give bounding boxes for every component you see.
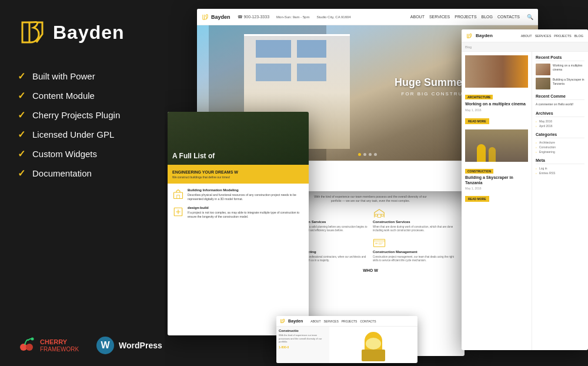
bayden-logo-icon (18, 18, 47, 47)
footer-nav-services[interactable]: SERVICES (324, 320, 339, 323)
wp-icon: W (96, 337, 114, 354)
footer-nav-about[interactable]: ABOUT (310, 320, 320, 323)
footer-brand: Bayden (288, 319, 303, 323)
meta-title: Meta (536, 158, 584, 164)
archives-title: Archives (536, 111, 584, 117)
blog-screenshot: Bayden ABOUT SERVICES PROJECTS BLOG Blog (462, 29, 588, 350)
logo-area: Bayden (18, 18, 165, 65)
blog-post-2: CONSTRUCTION Building a Skyscraper in Ta… (465, 129, 528, 202)
svg-point-1 (26, 344, 33, 351)
recent-posts-title: Recent Posts (536, 55, 584, 61)
footer-content: Constructio With the kind of experience … (276, 327, 417, 363)
blog-nav-blog[interactable]: BLOG (574, 34, 583, 38)
recent-post-2: Building a Skyscraper in Tanzania (536, 78, 584, 89)
footer-header: Bayden ABOUT SERVICES PROJECTS CONTACTS (276, 316, 417, 327)
blog-nav-projects[interactable]: PROJECTS (554, 34, 571, 38)
yellow-banner-title: ENGINEERING YOUR DREAMS W (172, 169, 304, 175)
post1-date: May 1, 2016 (465, 108, 528, 112)
design-desc: If a project is not too complex, as may … (188, 211, 304, 219)
feature-label-6: Documentation (32, 168, 92, 178)
management-icon (373, 238, 386, 248)
blog-nav-about[interactable]: ABOUT (521, 34, 532, 38)
svg-rect-15 (379, 242, 383, 243)
check-icon-1: ✓ (18, 71, 25, 82)
design-icon (172, 206, 184, 218)
svg-rect-16 (379, 244, 382, 244)
post2-title: Building a Skyscraper in Tanzania (465, 175, 528, 185)
design-title: design-build (188, 206, 304, 209)
yellow-banner-sub: We construct buildings that define our t… (172, 175, 304, 179)
check-icon-3: ✓ (18, 109, 25, 121)
post2-read-more[interactable]: READ MORE (465, 196, 489, 202)
svg-rect-3 (174, 192, 183, 199)
feature-item-4: ✓ Licensed Under GPL (18, 129, 165, 140)
feature-item-1: ✓ Built with Power (18, 71, 165, 82)
services-screenshot: A Full List of ENGINEERING YOUR DREAMS W… (168, 112, 309, 335)
nav-links: ABOUT SERVICES PROJECTS BLOG CONTACTS (410, 15, 520, 19)
wordpress-logo: W WordPress (96, 337, 162, 354)
blog-header: Bayden ABOUT SERVICES PROJECTS BLOG (462, 29, 588, 42)
cherry-icon (18, 337, 35, 354)
nav-brand: Bayden (211, 14, 230, 20)
meta-entries: Entries RSS (536, 171, 584, 175)
search-icon[interactable]: 🔍 (527, 14, 533, 20)
features-list: ✓ Built with Power ✓ Content Module ✓ Ch… (18, 71, 165, 325)
construction-desc: When that are done during work of constr… (373, 225, 459, 233)
blog-nav-services[interactable]: SERVICES (535, 34, 552, 38)
post1-title: Working on a multiplex cinema (465, 101, 528, 107)
cherry-framework-logo: Cherry Framework (18, 337, 79, 354)
archives-section: Archives May 2016 April 2016 (536, 111, 584, 128)
svg-rect-8 (377, 214, 381, 218)
check-icon-2: ✓ (18, 90, 25, 101)
post2-date: May 1, 2016 (465, 187, 528, 190)
check-icon-4: ✓ (18, 129, 25, 140)
recent-thumb-1 (536, 64, 550, 75)
hero-dot-4[interactable] (374, 153, 377, 156)
nav-about[interactable]: ABOUT (410, 15, 425, 19)
nav-services[interactable]: SERVICES (429, 15, 450, 19)
cherry-label: Cherry (40, 338, 79, 345)
svg-rect-4 (177, 195, 180, 199)
recent-posts-section: Recent Posts Working on a multiplex cine… (536, 55, 584, 89)
recent-text-1: Working on a multiplex cinema (553, 64, 584, 71)
post1-read-more[interactable]: READ MORE (465, 118, 489, 124)
nav-projects[interactable]: PROJECTS (455, 15, 476, 19)
feature-label-3: Cherry Projects Plugin (32, 110, 120, 120)
post1-image (465, 55, 528, 88)
svg-point-2 (31, 338, 34, 341)
yellow-banner: ENGINEERING YOUR DREAMS W We construct b… (168, 165, 309, 184)
bim-desc: Describes physical and functional resour… (188, 193, 304, 201)
feature-label-1: Built with Power (32, 71, 95, 81)
blog-posts-column: ARCHITECTURE Working on a multiplex cine… (462, 52, 532, 350)
meta-section: Meta Log in Entries RSS (536, 158, 584, 175)
feature-item-6: ✓ Documentation (18, 168, 165, 179)
feature-item-2: ✓ Content Module (18, 90, 165, 101)
management-desc: Construction project management, our tea… (373, 255, 459, 263)
right-panel: Bayden ☎ 900-123-3333 Mon-Sun: 9am - 5pm… (165, 0, 588, 366)
who-we-are-label: WHO W (282, 268, 459, 272)
cat-item-1: Architecture (536, 141, 584, 144)
cs-item-management: Construction Management Construction pro… (373, 238, 459, 263)
footer-nav-projects[interactable]: PROJECTS (342, 320, 358, 323)
nav-logo: Bayden (202, 14, 230, 21)
cs-section-desc: With the kind of experience our team mem… (282, 195, 459, 203)
hero-dot-1[interactable] (358, 153, 361, 156)
construction-title: Construction Services (373, 220, 410, 224)
service-item-design: design-build If a project is not too com… (172, 206, 304, 219)
hero-dot-3[interactable] (369, 153, 372, 156)
hero-dot-2[interactable] (363, 153, 366, 156)
check-icon-5: ✓ (18, 148, 25, 159)
nav-blog[interactable]: BLOG (482, 15, 493, 19)
nav-hours: Mon-Sun: 9am - 5pm (276, 15, 309, 19)
footer-nav-contacts[interactable]: CONTACTS (360, 320, 376, 323)
archive-item-1: May 2016 (536, 119, 584, 123)
worker-visual (359, 329, 388, 361)
cherry-sublabel: Framework (40, 346, 79, 352)
blog-layout: ARCHITECTURE Working on a multiplex cine… (462, 52, 588, 350)
nav-contacts[interactable]: CONTACTS (497, 15, 520, 19)
post2-image (465, 129, 528, 162)
svg-rect-9 (375, 214, 377, 216)
management-title: Construction Management (373, 250, 417, 254)
footer-phone: 1-800-0 (279, 345, 327, 349)
feature-label-4: Licensed Under GPL (32, 129, 114, 139)
